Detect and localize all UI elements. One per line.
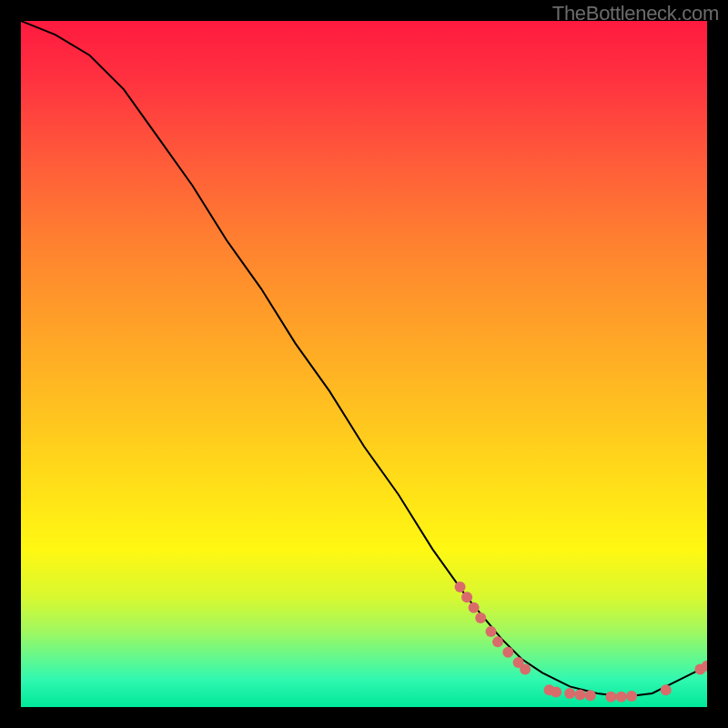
attribution-text: TheBottleneck.com — [552, 2, 719, 25]
data-marker — [551, 686, 561, 697]
data-marker — [485, 626, 496, 637]
data-marker — [626, 691, 637, 702]
data-marker — [461, 592, 472, 602]
data-marker — [520, 664, 531, 675]
plot-svg — [21, 21, 707, 707]
data-marker — [661, 684, 672, 695]
data-marker — [575, 689, 586, 700]
data-marker — [492, 636, 503, 647]
data-marker — [564, 688, 575, 699]
data-marker — [469, 602, 480, 613]
data-marker — [475, 612, 486, 623]
chart-canvas: TheBottleneck.com — [0, 0, 728, 728]
data-marker — [502, 647, 513, 658]
data-marker — [605, 692, 616, 703]
curve-line — [21, 21, 707, 697]
data-marker — [455, 581, 466, 592]
data-marker — [616, 692, 627, 703]
data-marker — [585, 690, 596, 701]
